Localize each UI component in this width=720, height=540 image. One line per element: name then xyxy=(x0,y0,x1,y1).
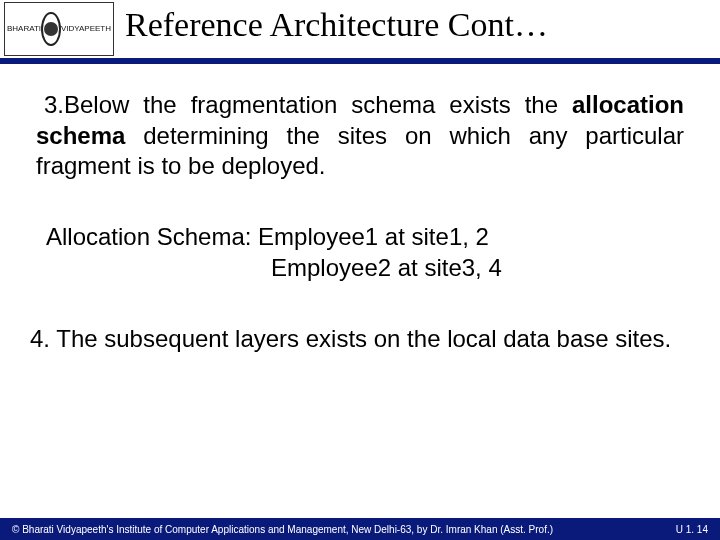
seal-icon xyxy=(41,12,61,46)
footer-bar: © Bharati Vidyapeeth's Institute of Comp… xyxy=(0,518,720,540)
p3-number: 3. xyxy=(44,91,64,118)
p3-rest: determining the sites on which any parti… xyxy=(36,122,684,180)
point-3: 3.Below the fragmentation schema exists … xyxy=(36,90,684,182)
header-bar: BHARATI VIDYAPEETH Reference Architectur… xyxy=(0,0,720,64)
footer-page-ref: U 1. 14 xyxy=(664,524,708,535)
footer-copyright: © Bharati Vidyapeeth's Institute of Comp… xyxy=(12,524,553,535)
point-4: 4. The subsequent layers exists on the l… xyxy=(30,324,684,355)
slide: BHARATI VIDYAPEETH Reference Architectur… xyxy=(0,0,720,540)
page-title: Reference Architecture Cont… xyxy=(125,6,548,44)
p3-lead: Below the fragmentation schema exists th… xyxy=(64,91,572,118)
title-underline xyxy=(0,58,720,62)
allocation-line-2: Employee2 at site3, 4 xyxy=(46,253,684,284)
allocation-line-1: Allocation Schema: Employee1 at site1, 2 xyxy=(46,222,684,253)
logo-text-left: BHARATI xyxy=(7,25,41,33)
slide-body: 3.Below the fragmentation schema exists … xyxy=(36,90,684,354)
logo-text-right: VIDYAPEETH xyxy=(61,25,111,33)
allocation-block: Allocation Schema: Employee1 at site1, 2… xyxy=(46,222,684,283)
institution-logo: BHARATI VIDYAPEETH xyxy=(4,2,114,56)
